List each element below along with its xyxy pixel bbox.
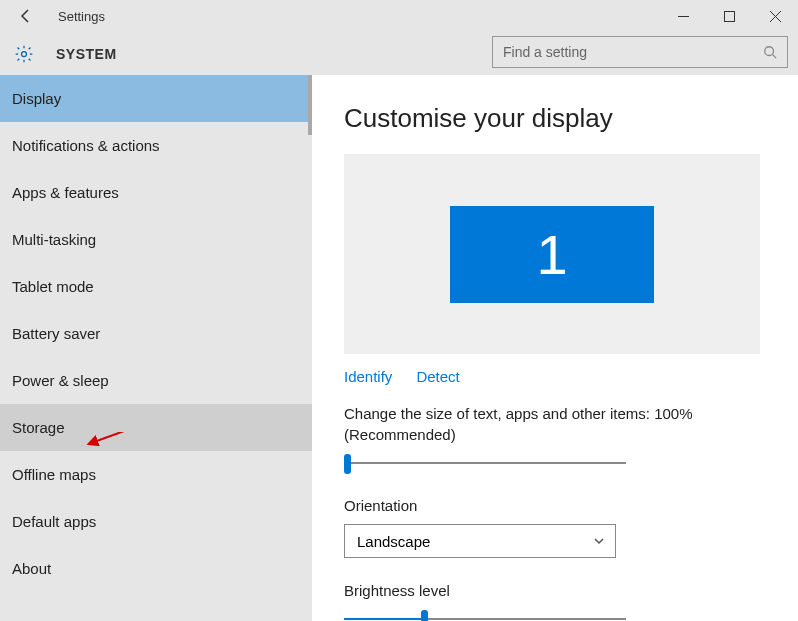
sidebar-item-label: Battery saver — [12, 325, 100, 342]
sidebar-item-offline-maps[interactable]: Offline maps — [0, 451, 312, 498]
display-preview[interactable]: 1 — [344, 154, 760, 354]
sidebar-item-battery-saver[interactable]: Battery saver — [0, 310, 312, 357]
sidebar-item-label: Display — [12, 90, 61, 107]
gear-icon — [14, 44, 34, 64]
monitor-number: 1 — [536, 222, 567, 287]
scrollbar-thumb[interactable] — [308, 75, 312, 135]
identify-link[interactable]: Identify — [344, 368, 392, 385]
scale-label: Change the size of text, apps and other … — [344, 403, 778, 445]
sidebar-item-label: Offline maps — [12, 466, 96, 483]
sidebar-item-notifications-actions[interactable]: Notifications & actions — [0, 122, 312, 169]
slider-track — [344, 462, 626, 464]
sidebar-item-label: Storage — [12, 419, 65, 436]
minimize-button[interactable] — [660, 0, 706, 32]
sidebar-item-storage[interactable]: Storage — [0, 404, 312, 451]
back-button[interactable] — [14, 4, 38, 28]
sidebar: DisplayNotifications & actionsApps & fea… — [0, 75, 312, 621]
close-button[interactable] — [752, 0, 798, 32]
svg-point-2 — [765, 47, 774, 56]
content-pane: Customise your display 1 Identify Detect… — [312, 75, 798, 621]
chevron-down-icon — [593, 533, 605, 550]
slider-fill — [344, 618, 423, 620]
scale-slider[interactable] — [344, 451, 626, 475]
sidebar-item-label: About — [12, 560, 51, 577]
search-field[interactable] — [503, 44, 763, 60]
sidebar-item-display[interactable]: Display — [0, 75, 312, 122]
monitor-1[interactable]: 1 — [450, 206, 654, 303]
header-title: SYSTEM — [56, 46, 117, 62]
slider-thumb[interactable] — [344, 454, 351, 474]
sidebar-item-label: Multi-tasking — [12, 231, 96, 248]
sidebar-item-label: Default apps — [12, 513, 96, 530]
window-title: Settings — [58, 9, 105, 24]
sidebar-item-label: Notifications & actions — [12, 137, 160, 154]
sidebar-item-label: Tablet mode — [12, 278, 94, 295]
maximize-button[interactable] — [706, 0, 752, 32]
sidebar-item-label: Power & sleep — [12, 372, 109, 389]
sidebar-item-apps-features[interactable]: Apps & features — [0, 169, 312, 216]
search-icon — [763, 45, 777, 59]
sidebar-item-multi-tasking[interactable]: Multi-tasking — [0, 216, 312, 263]
sidebar-item-about[interactable]: About — [0, 545, 312, 592]
slider-thumb[interactable] — [421, 610, 428, 621]
sidebar-item-label: Apps & features — [12, 184, 119, 201]
orientation-label: Orientation — [344, 495, 778, 516]
sidebar-item-power-sleep[interactable]: Power & sleep — [0, 357, 312, 404]
detect-link[interactable]: Detect — [416, 368, 459, 385]
brightness-label: Brightness level — [344, 580, 778, 601]
search-input[interactable] — [492, 36, 788, 68]
sidebar-item-tablet-mode[interactable]: Tablet mode — [0, 263, 312, 310]
svg-point-1 — [22, 51, 27, 56]
brightness-slider[interactable] — [344, 607, 626, 621]
sidebar-scrollbar[interactable] — [304, 75, 312, 621]
orientation-value: Landscape — [357, 533, 430, 550]
sidebar-item-default-apps[interactable]: Default apps — [0, 498, 312, 545]
svg-rect-0 — [724, 11, 734, 21]
page-title: Customise your display — [344, 103, 778, 134]
orientation-select[interactable]: Landscape — [344, 524, 616, 558]
